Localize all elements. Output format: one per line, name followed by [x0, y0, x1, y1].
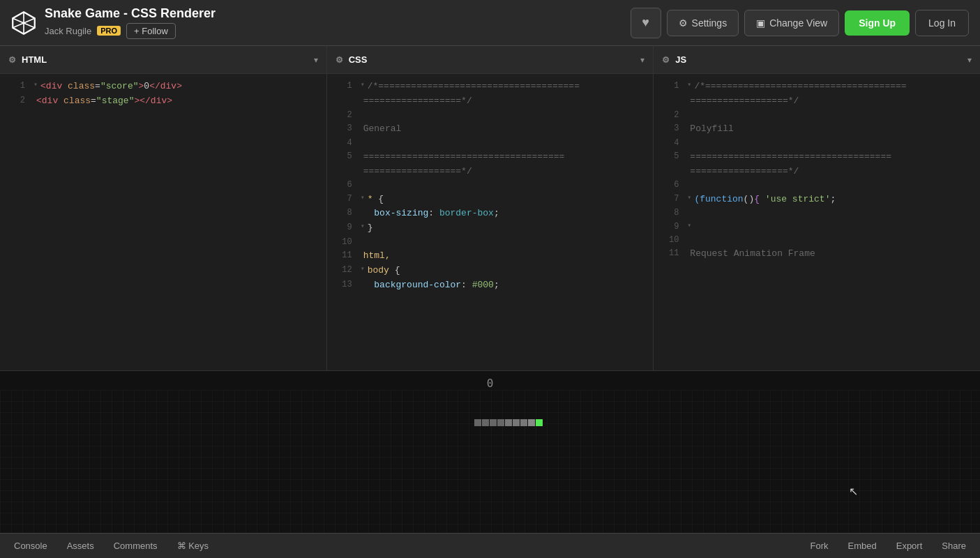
js-pane-icon: ⚙ — [662, 55, 670, 65]
css-pane-header: ⚙ CSS ▾ — [327, 46, 654, 74]
code-text: ===================================== — [690, 150, 891, 165]
table-row: 5 ===================================== — [654, 150, 980, 165]
js-pane: ⚙ JS ▾ 1▾/*=============================… — [654, 46, 980, 370]
code-text: ==================*/ — [363, 165, 472, 179]
table-row: 11 Request Animation Frame — [654, 247, 980, 262]
html-pane-chevron[interactable]: ▾ — [314, 55, 318, 65]
bottom-action-button[interactable]: Export — [888, 538, 931, 554]
bottom-tab[interactable]: Assets — [59, 538, 103, 554]
line-number: 7 — [333, 193, 352, 207]
line-number: 7 — [659, 193, 679, 207]
table-row: ==================*/ — [654, 165, 980, 179]
code-text: /*===================================== — [368, 80, 580, 94]
line-number: 9 — [333, 221, 352, 236]
preview-score: 0 — [487, 377, 494, 390]
line-number: 4 — [333, 137, 352, 150]
snake-segment — [474, 419, 481, 426]
line-number — [333, 165, 352, 179]
line-number: 6 — [333, 179, 352, 192]
code-text: ===================================== — [363, 150, 565, 165]
css-pane-icon: ⚙ — [336, 55, 343, 65]
snake-segment — [497, 419, 504, 426]
line-number: 11 — [659, 247, 679, 262]
js-pane-chevron[interactable]: ▾ — [967, 55, 972, 65]
signup-button[interactable]: Sign Up — [845, 10, 910, 36]
table-row: 2 <div class="stage"></div> — [0, 94, 326, 109]
bottom-tab[interactable]: Comments — [105, 538, 166, 554]
table-row: 10 — [327, 236, 654, 249]
line-number: 2 — [6, 94, 25, 109]
change-view-button[interactable]: ▣ Change View — [744, 10, 839, 36]
snake-segment — [520, 419, 527, 426]
html-pane: ⚙ HTML ▾ 1▾<div class="score">0</div>2 <… — [0, 46, 327, 370]
title-block: Snake Game - CSS Renderer Jack Rugile PR… — [45, 6, 622, 39]
login-button[interactable]: Log In — [915, 10, 969, 36]
code-text: ==================*/ — [690, 165, 799, 179]
table-row: 8 box-sizing: border-box; — [327, 206, 654, 221]
follow-button[interactable]: + Follow — [126, 23, 176, 39]
line-number: 1 — [659, 80, 679, 94]
html-code-content[interactable]: 1▾<div class="score">0</div>2 <div class… — [0, 74, 326, 370]
header: Snake Game - CSS Renderer Jack Rugile PR… — [0, 0, 980, 46]
table-row: 5 ===================================== — [327, 150, 654, 165]
author-name: Jack Rugile — [45, 26, 91, 36]
js-code-content[interactable]: 1▾/*====================================… — [654, 74, 980, 370]
bottom-action-button[interactable]: Embed — [840, 538, 885, 554]
page-title: Snake Game - CSS Renderer — [45, 6, 622, 22]
line-number: 4 — [659, 137, 679, 150]
code-text: <div class="stage"></div> — [36, 94, 172, 109]
fold-icon: ▾ — [361, 193, 365, 207]
js-pane-header: ⚙ JS ▾ — [654, 46, 980, 74]
css-pane: ⚙ CSS ▾ 1▾/*============================… — [327, 46, 654, 370]
fold-icon: ▾ — [687, 193, 691, 207]
preview-area: 0 ↖ — [0, 371, 980, 533]
table-row: 7▾(function(){ 'use strict'; — [654, 193, 980, 207]
css-pane-chevron[interactable]: ▾ — [640, 55, 644, 65]
html-pane-title: HTML — [22, 54, 47, 65]
code-text: ==================*/ — [690, 94, 799, 109]
bottom-tab[interactable]: ⌘ Keys — [169, 538, 218, 554]
table-row: 1▾/*====================================… — [654, 80, 980, 94]
js-pane-title: JS — [675, 54, 686, 65]
bottom-tabs: ConsoleAssetsComments⌘ Keys — [6, 538, 217, 554]
bottom-bar: ConsoleAssetsComments⌘ Keys ForkEmbedExp… — [0, 533, 980, 558]
snake-segment — [505, 419, 512, 426]
line-number: 9 — [659, 220, 679, 234]
table-row: 11 html, — [327, 249, 654, 264]
snake-head — [536, 419, 543, 426]
line-number — [333, 94, 352, 109]
heart-button[interactable]: ♥ — [631, 8, 661, 38]
line-number — [659, 94, 679, 109]
code-text: } — [368, 221, 373, 236]
css-code-content[interactable]: 1▾/*====================================… — [327, 74, 654, 370]
bottom-action-button[interactable]: Fork — [802, 538, 837, 554]
line-number: 13 — [333, 278, 352, 293]
code-text: background-color: #000; — [363, 278, 499, 293]
bottom-tab[interactable]: Console — [6, 538, 56, 554]
snake-segment — [528, 419, 535, 426]
code-text: body { — [368, 264, 400, 278]
line-number: 10 — [333, 236, 352, 249]
table-row: 1▾/*====================================… — [327, 80, 654, 94]
code-text: General — [363, 122, 402, 137]
code-text: * { — [368, 193, 384, 207]
snake — [474, 419, 543, 426]
table-row: 2 — [654, 109, 980, 122]
code-text: box-sizing: border-box; — [363, 206, 499, 221]
table-row: 6 — [327, 179, 654, 192]
snake-segment — [482, 419, 489, 426]
header-actions: ♥ ⚙ Settings ▣ Change View Sign Up Log I… — [631, 8, 969, 38]
settings-button[interactable]: ⚙ Settings — [667, 10, 739, 36]
code-text: (function(){ 'use strict'; — [694, 193, 836, 207]
fold-icon: ▾ — [361, 264, 365, 278]
cursor-indicator: ↖ — [849, 485, 858, 498]
table-row: 9▾ — [654, 220, 980, 234]
code-text: ==================*/ — [363, 94, 472, 109]
bottom-action-button[interactable]: Share — [933, 538, 974, 554]
line-number: 1 — [6, 80, 25, 94]
line-number: 11 — [333, 249, 352, 264]
gear-icon: ⚙ — [679, 17, 688, 29]
line-number: 3 — [333, 122, 352, 137]
pro-badge: PRO — [97, 26, 121, 36]
logo[interactable] — [11, 10, 36, 36]
